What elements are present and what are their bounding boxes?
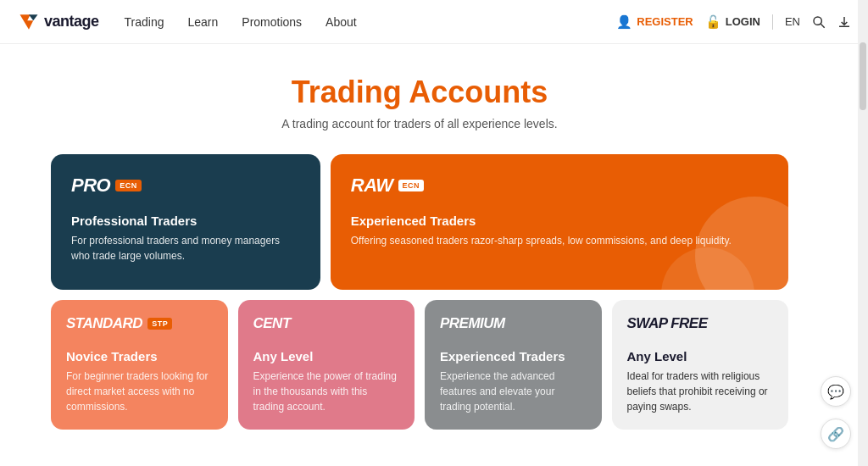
raw-ecn-badge: ECN bbox=[398, 180, 425, 191]
pro-ecn-badge: ECN bbox=[115, 180, 142, 191]
search-icon bbox=[812, 15, 826, 29]
nav-link-promotions[interactable]: Promotions bbox=[242, 15, 302, 29]
hero-subtitle: A trading account for traders of all exp… bbox=[51, 117, 788, 130]
main-content: Trading Accounts A trading account for t… bbox=[0, 44, 839, 447]
nav-right: 👤 REGISTER 🔓 LOGIN EN bbox=[616, 14, 851, 30]
search-button[interactable] bbox=[812, 15, 826, 29]
logo[interactable]: vantage bbox=[17, 10, 99, 34]
login-icon: 🔓 bbox=[705, 14, 721, 30]
register-button[interactable]: 👤 REGISTER bbox=[616, 14, 693, 30]
swapfree-card-heading: Any Level bbox=[627, 349, 774, 363]
raw-card[interactable]: RAW ECN Experienced Traders Offering sea… bbox=[331, 154, 788, 290]
page-title: Trading Accounts bbox=[51, 75, 788, 110]
bottom-action-icons: 💬 🔗 bbox=[821, 376, 851, 449]
download-icon bbox=[837, 15, 851, 29]
swapfree-card-desc: Ideal for traders with religious beliefs… bbox=[627, 369, 774, 414]
logo-icon bbox=[17, 10, 41, 34]
standard-card-heading: Novice Traders bbox=[66, 349, 213, 363]
nav-link-trading[interactable]: Trading bbox=[125, 15, 164, 29]
pro-card-heading: Professional Traders bbox=[71, 214, 300, 228]
svg-marker-1 bbox=[29, 14, 38, 20]
cent-card[interactable]: CENT Any Level Experience the power of t… bbox=[238, 300, 415, 430]
standard-card[interactable]: STANDARD STP Novice Traders For beginner… bbox=[51, 300, 228, 430]
swapfree-card-label: SWAP FREE bbox=[627, 315, 774, 332]
raw-card-desc: Offering seasoned traders razor-sharp sp… bbox=[351, 233, 768, 248]
bottom-cards-row: STANDARD STP Novice Traders For beginner… bbox=[51, 300, 788, 430]
hero-section: Trading Accounts A trading account for t… bbox=[51, 75, 788, 130]
cent-card-label: CENT bbox=[253, 315, 400, 332]
chat-button[interactable]: 💬 bbox=[821, 376, 851, 407]
nav-link-learn[interactable]: Learn bbox=[187, 15, 218, 29]
swapfree-card[interactable]: SWAP FREE Any Level Ideal for traders wi… bbox=[612, 300, 789, 430]
standard-stp-badge: STP bbox=[147, 318, 172, 330]
scrollbar[interactable] bbox=[858, 0, 868, 466]
raw-card-label: RAW ECN bbox=[351, 175, 768, 197]
cent-card-desc: Experience the power of trading in the t… bbox=[253, 369, 400, 414]
nav-divider bbox=[772, 14, 773, 30]
nav-links: Trading Learn Promotions About bbox=[125, 15, 617, 29]
premium-card-label: PREMIUM bbox=[440, 315, 587, 332]
nav-link-about[interactable]: About bbox=[326, 15, 357, 29]
pro-card-label: PRO ECN bbox=[71, 175, 300, 197]
logo-text: vantage bbox=[44, 13, 99, 31]
navbar: vantage Trading Learn Promotions About 👤… bbox=[0, 0, 868, 44]
share-button[interactable]: 🔗 bbox=[821, 419, 851, 449]
language-selector[interactable]: EN bbox=[785, 15, 800, 28]
cards-grid: PRO ECN Professional Traders For profess… bbox=[51, 154, 788, 430]
pro-card-desc: For professional traders and money manag… bbox=[71, 233, 300, 264]
svg-point-2 bbox=[814, 17, 821, 25]
login-button[interactable]: 🔓 LOGIN bbox=[705, 14, 760, 30]
pro-card[interactable]: PRO ECN Professional Traders For profess… bbox=[51, 154, 320, 290]
download-button[interactable] bbox=[837, 15, 851, 29]
svg-line-3 bbox=[821, 24, 824, 27]
scrollbar-thumb bbox=[860, 42, 866, 110]
premium-card-heading: Experienced Traders bbox=[440, 349, 587, 363]
register-icon: 👤 bbox=[616, 14, 632, 30]
cent-card-heading: Any Level bbox=[253, 349, 400, 363]
premium-card[interactable]: PREMIUM Experienced Traders Experience t… bbox=[425, 300, 602, 430]
standard-card-desc: For beginner traders looking for direct … bbox=[66, 369, 213, 414]
standard-card-label: STANDARD STP bbox=[66, 315, 213, 332]
premium-card-desc: Experience the advanced features and ele… bbox=[440, 369, 587, 414]
